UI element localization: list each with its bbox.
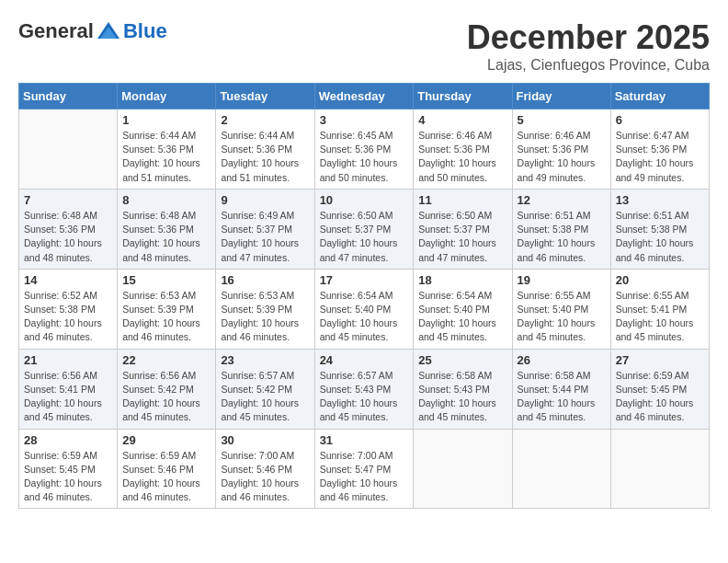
calendar-subtitle: Lajas, Cienfuegos Province, Cuba xyxy=(467,57,710,74)
day-info: Sunrise: 6:53 AM Sunset: 5:39 PM Dayligh… xyxy=(221,289,309,345)
calendar-week-row: 28Sunrise: 6:59 AM Sunset: 5:45 PM Dayli… xyxy=(19,429,710,509)
calendar-day-cell: 17Sunrise: 6:54 AM Sunset: 5:40 PM Dayli… xyxy=(314,269,414,349)
calendar-day-header: Thursday xyxy=(414,84,512,109)
day-number: 10 xyxy=(320,193,409,207)
calendar-day-cell: 4Sunrise: 6:46 AM Sunset: 5:36 PM Daylig… xyxy=(414,109,512,190)
calendar-day-cell: 23Sunrise: 6:57 AM Sunset: 5:42 PM Dayli… xyxy=(216,349,314,429)
calendar-day-cell: 11Sunrise: 6:50 AM Sunset: 5:37 PM Dayli… xyxy=(414,189,512,269)
day-info: Sunrise: 6:48 AM Sunset: 5:36 PM Dayligh… xyxy=(24,209,112,265)
calendar-day-cell: 6Sunrise: 6:47 AM Sunset: 5:36 PM Daylig… xyxy=(610,109,709,190)
day-info: Sunrise: 6:52 AM Sunset: 5:38 PM Dayligh… xyxy=(24,289,112,345)
logo: General Blue xyxy=(18,18,167,44)
day-info: Sunrise: 6:45 AM Sunset: 5:36 PM Dayligh… xyxy=(320,129,409,185)
title-section: December 2025 Lajas, Cienfuegos Province… xyxy=(467,18,710,74)
calendar-day-cell: 21Sunrise: 6:56 AM Sunset: 5:41 PM Dayli… xyxy=(19,349,118,429)
day-number: 9 xyxy=(221,193,309,207)
day-number: 1 xyxy=(122,113,210,127)
page-header: General Blue December 2025 Lajas, Cienfu… xyxy=(18,18,710,74)
day-info: Sunrise: 7:00 AM Sunset: 5:47 PM Dayligh… xyxy=(320,449,409,505)
day-info: Sunrise: 6:44 AM Sunset: 5:36 PM Dayligh… xyxy=(122,129,210,185)
calendar-day-cell: 20Sunrise: 6:55 AM Sunset: 5:41 PM Dayli… xyxy=(610,269,709,349)
calendar-week-row: 21Sunrise: 6:56 AM Sunset: 5:41 PM Dayli… xyxy=(19,349,710,429)
calendar-day-header: Sunday xyxy=(19,84,118,109)
calendar-week-row: 14Sunrise: 6:52 AM Sunset: 5:38 PM Dayli… xyxy=(19,269,710,349)
logo-general: General xyxy=(18,19,94,43)
calendar-day-cell: 2Sunrise: 6:44 AM Sunset: 5:36 PM Daylig… xyxy=(216,109,314,190)
day-info: Sunrise: 6:55 AM Sunset: 5:40 PM Dayligh… xyxy=(518,289,606,345)
day-number: 21 xyxy=(24,353,112,367)
calendar-day-header: Friday xyxy=(512,84,610,109)
day-number: 17 xyxy=(320,273,409,287)
day-info: Sunrise: 6:53 AM Sunset: 5:39 PM Dayligh… xyxy=(122,289,210,345)
calendar-day-header: Tuesday xyxy=(216,84,314,109)
day-number: 3 xyxy=(320,113,409,127)
day-number: 2 xyxy=(221,113,309,127)
day-info: Sunrise: 6:56 AM Sunset: 5:41 PM Dayligh… xyxy=(24,369,112,425)
day-number: 11 xyxy=(418,193,506,207)
day-number: 30 xyxy=(221,433,309,447)
calendar-day-cell: 15Sunrise: 6:53 AM Sunset: 5:39 PM Dayli… xyxy=(118,269,216,349)
calendar-day-cell xyxy=(19,109,118,190)
day-number: 6 xyxy=(616,113,704,127)
day-number: 28 xyxy=(24,433,112,447)
day-number: 12 xyxy=(518,193,606,207)
calendar-day-cell xyxy=(414,429,512,509)
day-info: Sunrise: 6:59 AM Sunset: 5:45 PM Dayligh… xyxy=(24,449,112,505)
calendar-day-cell: 5Sunrise: 6:46 AM Sunset: 5:36 PM Daylig… xyxy=(512,109,610,190)
calendar-day-header: Saturday xyxy=(610,84,709,109)
calendar-header-row: SundayMondayTuesdayWednesdayThursdayFrid… xyxy=(19,84,710,109)
day-info: Sunrise: 6:55 AM Sunset: 5:41 PM Dayligh… xyxy=(616,289,704,345)
day-number: 15 xyxy=(122,273,210,287)
calendar-day-cell: 7Sunrise: 6:48 AM Sunset: 5:36 PM Daylig… xyxy=(19,189,118,269)
day-info: Sunrise: 6:54 AM Sunset: 5:40 PM Dayligh… xyxy=(320,289,409,345)
day-number: 26 xyxy=(518,353,606,367)
day-info: Sunrise: 6:47 AM Sunset: 5:36 PM Dayligh… xyxy=(616,129,704,185)
day-info: Sunrise: 6:54 AM Sunset: 5:40 PM Dayligh… xyxy=(418,289,506,345)
day-number: 18 xyxy=(418,273,506,287)
calendar-day-cell: 24Sunrise: 6:57 AM Sunset: 5:43 PM Dayli… xyxy=(314,349,414,429)
day-info: Sunrise: 6:58 AM Sunset: 5:43 PM Dayligh… xyxy=(418,369,506,425)
day-info: Sunrise: 6:46 AM Sunset: 5:36 PM Dayligh… xyxy=(418,129,506,185)
day-info: Sunrise: 6:44 AM Sunset: 5:36 PM Dayligh… xyxy=(221,129,309,185)
calendar-day-cell: 13Sunrise: 6:51 AM Sunset: 5:38 PM Dayli… xyxy=(610,189,709,269)
calendar-day-cell: 30Sunrise: 7:00 AM Sunset: 5:46 PM Dayli… xyxy=(216,429,314,509)
day-info: Sunrise: 6:59 AM Sunset: 5:45 PM Dayligh… xyxy=(616,369,704,425)
day-info: Sunrise: 6:48 AM Sunset: 5:36 PM Dayligh… xyxy=(122,209,210,265)
day-number: 5 xyxy=(518,113,606,127)
calendar-day-cell: 28Sunrise: 6:59 AM Sunset: 5:45 PM Dayli… xyxy=(19,429,118,509)
calendar-day-cell xyxy=(610,429,709,509)
day-info: Sunrise: 7:00 AM Sunset: 5:46 PM Dayligh… xyxy=(221,449,309,505)
calendar-week-row: 1Sunrise: 6:44 AM Sunset: 5:36 PM Daylig… xyxy=(19,109,710,190)
calendar-day-cell: 8Sunrise: 6:48 AM Sunset: 5:36 PM Daylig… xyxy=(118,189,216,269)
day-info: Sunrise: 6:59 AM Sunset: 5:46 PM Dayligh… xyxy=(122,449,210,505)
day-number: 7 xyxy=(24,193,112,207)
calendar-day-cell: 12Sunrise: 6:51 AM Sunset: 5:38 PM Dayli… xyxy=(512,189,610,269)
calendar-day-cell: 19Sunrise: 6:55 AM Sunset: 5:40 PM Dayli… xyxy=(512,269,610,349)
calendar-day-cell: 10Sunrise: 6:50 AM Sunset: 5:37 PM Dayli… xyxy=(314,189,414,269)
logo-blue: Blue xyxy=(123,19,167,43)
calendar-week-row: 7Sunrise: 6:48 AM Sunset: 5:36 PM Daylig… xyxy=(19,189,710,269)
day-number: 31 xyxy=(320,433,409,447)
calendar-day-cell: 9Sunrise: 6:49 AM Sunset: 5:37 PM Daylig… xyxy=(216,189,314,269)
day-number: 14 xyxy=(24,273,112,287)
calendar-day-cell: 29Sunrise: 6:59 AM Sunset: 5:46 PM Dayli… xyxy=(118,429,216,509)
day-info: Sunrise: 6:50 AM Sunset: 5:37 PM Dayligh… xyxy=(418,209,506,265)
calendar-table: SundayMondayTuesdayWednesdayThursdayFrid… xyxy=(18,83,710,509)
calendar-title: December 2025 xyxy=(467,18,710,57)
day-info: Sunrise: 6:57 AM Sunset: 5:43 PM Dayligh… xyxy=(320,369,409,425)
day-number: 8 xyxy=(122,193,210,207)
calendar-day-cell xyxy=(512,429,610,509)
calendar-day-cell: 25Sunrise: 6:58 AM Sunset: 5:43 PM Dayli… xyxy=(414,349,512,429)
day-number: 27 xyxy=(616,353,704,367)
day-info: Sunrise: 6:51 AM Sunset: 5:38 PM Dayligh… xyxy=(518,209,606,265)
day-number: 23 xyxy=(221,353,309,367)
calendar-day-cell: 31Sunrise: 7:00 AM Sunset: 5:47 PM Dayli… xyxy=(314,429,414,509)
calendar-day-cell: 18Sunrise: 6:54 AM Sunset: 5:40 PM Dayli… xyxy=(414,269,512,349)
day-info: Sunrise: 6:50 AM Sunset: 5:37 PM Dayligh… xyxy=(320,209,409,265)
calendar-day-cell: 14Sunrise: 6:52 AM Sunset: 5:38 PM Dayli… xyxy=(19,269,118,349)
calendar-day-cell: 1Sunrise: 6:44 AM Sunset: 5:36 PM Daylig… xyxy=(118,109,216,190)
day-number: 20 xyxy=(616,273,704,287)
day-info: Sunrise: 6:56 AM Sunset: 5:42 PM Dayligh… xyxy=(122,369,210,425)
day-number: 22 xyxy=(122,353,210,367)
calendar-day-cell: 27Sunrise: 6:59 AM Sunset: 5:45 PM Dayli… xyxy=(610,349,709,429)
